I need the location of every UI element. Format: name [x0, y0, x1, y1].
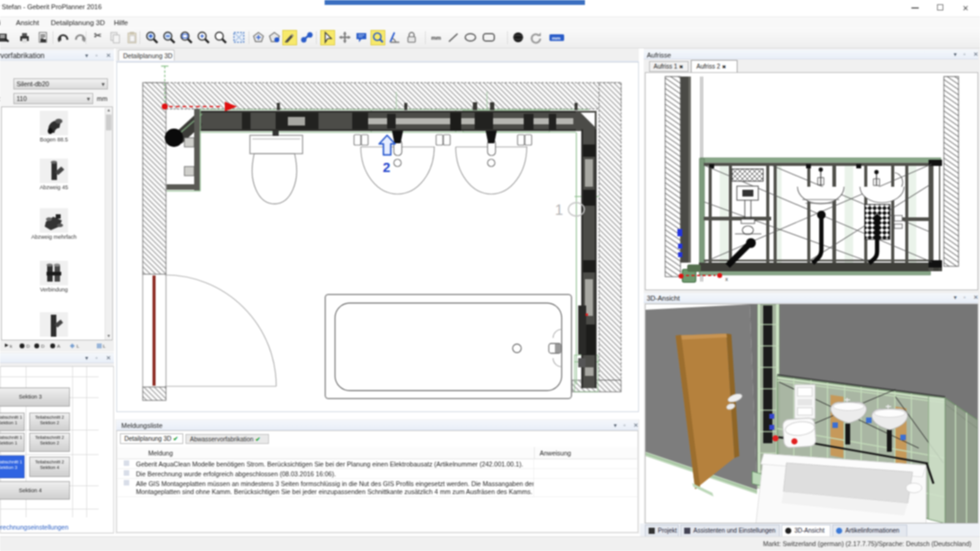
svg-text:x: x: [725, 276, 728, 282]
svg-text:D: D: [26, 343, 30, 349]
svg-text:2: 2: [383, 160, 390, 175]
svg-text:A: A: [57, 343, 61, 349]
svg-text:mm: mm: [552, 36, 560, 41]
svg-text:L: L: [77, 343, 80, 349]
svg-text:D: D: [41, 343, 45, 349]
svg-text:1: 1: [555, 201, 563, 218]
svg-text:L: L: [103, 343, 106, 349]
svg-text:k: k: [10, 343, 13, 349]
